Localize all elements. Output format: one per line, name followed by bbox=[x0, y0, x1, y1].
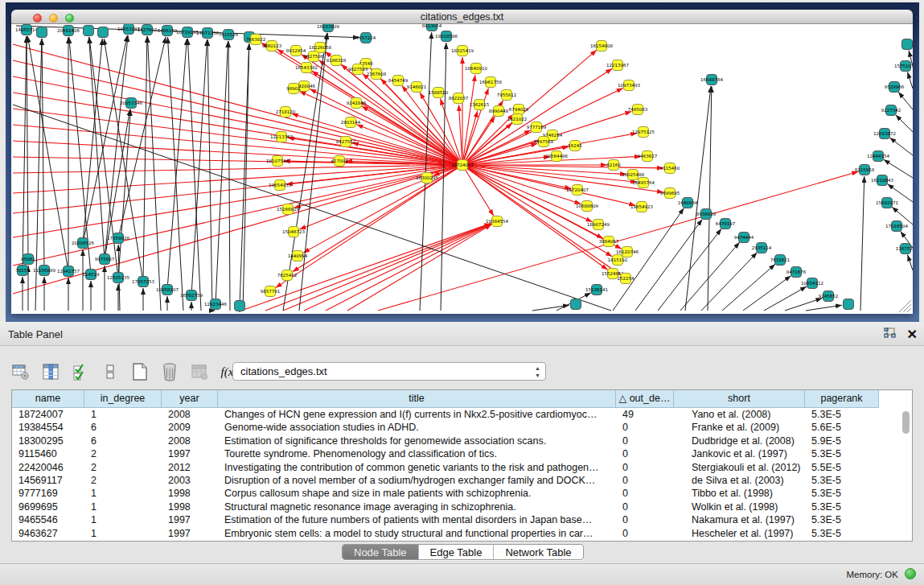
graph-edge[interactable] bbox=[167, 37, 183, 311]
graph-node[interactable]: 7857224 bbox=[356, 33, 376, 43]
graph-edge[interactable] bbox=[462, 165, 494, 216]
graph-edge[interactable] bbox=[13, 44, 462, 165]
table-cell[interactable]: 2003 bbox=[162, 474, 218, 487]
graph-edge[interactable] bbox=[147, 36, 161, 311]
table-cell[interactable]: 1 bbox=[84, 527, 162, 540]
graph-node[interactable]: 9463627 bbox=[638, 151, 658, 162]
graph-node[interactable]: 9975887 bbox=[95, 254, 115, 265]
table-row[interactable]: 1456911722003Disruption of a novel membe… bbox=[12, 474, 912, 487]
table-cell[interactable]: 0 bbox=[616, 435, 674, 447]
close-panel-icon[interactable]: ✕ bbox=[907, 329, 918, 340]
graph-node[interactable]: 12942757 bbox=[57, 266, 80, 277]
graph-edge[interactable] bbox=[860, 176, 864, 311]
graph-node[interactable]: 1640934 bbox=[678, 198, 698, 208]
graph-edge[interactable] bbox=[362, 106, 462, 165]
graph-edge[interactable] bbox=[42, 39, 44, 270]
table-cell[interactable]: Stergiakouli et al. (2012) bbox=[674, 461, 805, 474]
graph-edge[interactable] bbox=[743, 276, 791, 311]
graph-edge[interactable] bbox=[462, 75, 475, 165]
table-cell[interactable]: Estimation of significance thresholds fo… bbox=[218, 435, 616, 447]
table-row[interactable]: 2242004622012Investigating the contribut… bbox=[12, 461, 912, 474]
graph-edge[interactable] bbox=[764, 286, 807, 311]
graph-node[interactable]: 8471676 bbox=[786, 267, 807, 278]
graph-node[interactable] bbox=[84, 26, 94, 36]
table-cell[interactable]: 5.6E-5 bbox=[805, 421, 879, 434]
graph-node[interactable]: 85061 bbox=[21, 254, 35, 265]
table-cell[interactable]: 22420046 bbox=[12, 461, 84, 474]
graph-node[interactable] bbox=[902, 39, 913, 50]
canvas-resize-grip[interactable] bbox=[899, 300, 911, 312]
table-cell[interactable]: 5.3E-5 bbox=[805, 501, 879, 513]
network-window-titlebar[interactable]: citations_edges.txt bbox=[11, 10, 913, 24]
graph-node[interactable]: 6466160 bbox=[158, 26, 178, 36]
table-cell[interactable]: Franke et al. (2009) bbox=[674, 421, 805, 434]
network-view-window[interactable]: citations_edges.txt 14055714206914061065… bbox=[11, 10, 913, 314]
graph-edge[interactable] bbox=[722, 264, 775, 311]
graph-edge[interactable] bbox=[13, 76, 462, 165]
select-all-columns-button[interactable] bbox=[71, 362, 90, 381]
table-row[interactable]: 946362711997Embryonic stem cells: a mode… bbox=[12, 527, 912, 540]
show-columns-button[interactable] bbox=[41, 362, 60, 381]
table-cell[interactable]: 1997 bbox=[162, 513, 218, 526]
table-cell[interactable]: 9115460 bbox=[12, 447, 84, 460]
graph-node[interactable]: 16543382 bbox=[295, 63, 318, 73]
graph-node[interactable]: 9242848 bbox=[347, 98, 367, 109]
graph-node[interactable]: 7632621 bbox=[770, 255, 791, 266]
table-cell[interactable]: Jankovic et al. (1997) bbox=[674, 447, 805, 460]
graph-node[interactable]: 20206526 bbox=[72, 238, 94, 249]
column-header-in_degree[interactable]: in_degree bbox=[84, 390, 162, 408]
new-table-button[interactable] bbox=[130, 362, 150, 381]
graph-node[interactable]: 1821022 bbox=[507, 114, 528, 125]
graph-node[interactable]: 17359928 bbox=[107, 233, 129, 244]
delete-table-button[interactable] bbox=[160, 362, 179, 381]
graph-node[interactable]: 19654923 bbox=[630, 202, 653, 212]
table-row[interactable]: 1830029562008Estimation of significance … bbox=[12, 435, 912, 447]
graph-edge[interactable] bbox=[908, 255, 913, 270]
table-selector-dropdown[interactable]: citations_edges.txt ▲▼ bbox=[232, 362, 546, 381]
table-cell[interactable]: Yano et al. (2008) bbox=[674, 408, 805, 421]
table-cell[interactable]: 5.3E-5 bbox=[805, 474, 879, 487]
table-settings-button[interactable] bbox=[11, 362, 31, 381]
table-cell[interactable]: 2008 bbox=[162, 435, 218, 447]
table-cell[interactable]: Disruption of a novel member of a sodium… bbox=[218, 474, 616, 487]
table-cell[interactable]: 0 bbox=[616, 461, 674, 474]
graph-node[interactable]: 8454749 bbox=[388, 76, 409, 86]
graph-node[interactable]: 2935114 bbox=[752, 243, 772, 253]
table-cell[interactable]: Wolkin et al. (1998) bbox=[674, 501, 805, 513]
table-cell[interactable]: 0 bbox=[616, 501, 674, 513]
graph-node[interactable]: 12975125 bbox=[632, 127, 655, 138]
graph-node[interactable]: 6794028 bbox=[509, 105, 529, 115]
graph-node[interactable]: 17016504 bbox=[885, 221, 908, 232]
table-cell[interactable]: Investigating the contribution of common… bbox=[218, 461, 616, 474]
network-graph-canvas[interactable]: 1405571420691406106532871527602646616010… bbox=[11, 24, 913, 314]
memory-ok-indicator[interactable] bbox=[905, 568, 916, 579]
table-row[interactable]: 911546021997Tourette syndrome. Phenomeno… bbox=[12, 447, 912, 460]
graph-node[interactable]: 9699695 bbox=[660, 188, 680, 199]
graph-node[interactable] bbox=[98, 27, 109, 38]
graph-edge[interactable] bbox=[216, 41, 228, 304]
table-cell[interactable]: 0 bbox=[616, 513, 674, 526]
graph-node[interactable]: 18640910 bbox=[465, 64, 487, 74]
graph-node[interactable]: 39159 bbox=[15, 266, 30, 276]
table-cell[interactable]: 2009 bbox=[162, 421, 218, 434]
table-cell[interactable]: Hescheler et al. (1997) bbox=[674, 527, 805, 540]
table-cell[interactable]: Tibbo et al. (1998) bbox=[674, 487, 805, 500]
table-row[interactable]: 1938455462009Genome-wide association stu… bbox=[12, 421, 912, 434]
column-header-short[interactable]: short bbox=[674, 390, 805, 408]
table-cell[interactable]: 5.3E-5 bbox=[805, 513, 879, 526]
table-cell[interactable]: Corpus callosum shape and size in male p… bbox=[218, 487, 616, 500]
graph-node[interactable]: 8186328 bbox=[326, 56, 347, 66]
graph-edge[interactable] bbox=[532, 305, 569, 311]
graph-edge[interactable] bbox=[701, 253, 757, 311]
graph-edge[interactable] bbox=[896, 115, 913, 132]
graph-node[interactable] bbox=[37, 27, 47, 38]
table-cell[interactable]: 1 bbox=[84, 487, 162, 500]
graph-edge[interactable] bbox=[89, 37, 105, 259]
table-row[interactable]: 946554611997Estimation of the future num… bbox=[12, 513, 912, 526]
table-cell[interactable]: 0 bbox=[616, 447, 674, 460]
table-cell[interactable]: 19384554 bbox=[12, 421, 84, 434]
graph-node[interactable]: 16210643 bbox=[871, 175, 893, 186]
table-row[interactable]: 969969511998Structural magnetic resonanc… bbox=[12, 501, 912, 513]
graph-node[interactable]: 12213363 bbox=[270, 132, 293, 142]
table-cell[interactable]: 14569117 bbox=[12, 474, 84, 487]
